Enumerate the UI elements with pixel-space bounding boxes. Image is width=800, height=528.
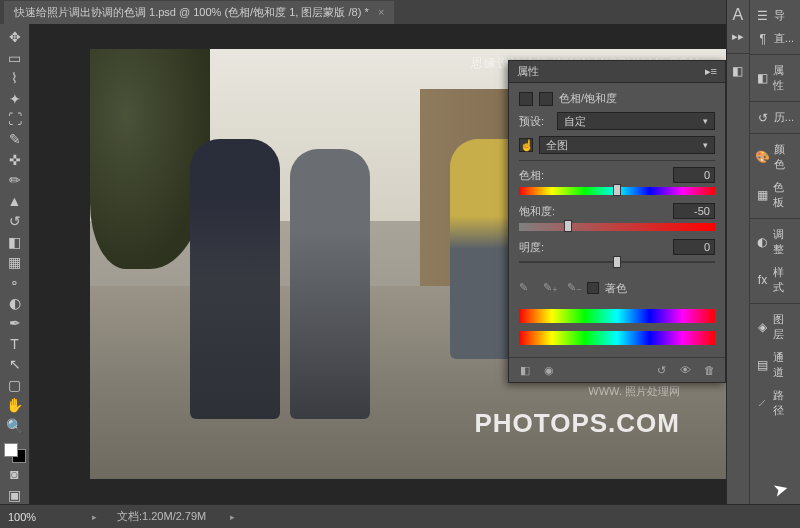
type-tool[interactable]: T [4,335,26,353]
foreground-color[interactable] [4,443,18,457]
dock-paths[interactable]: ⟋路径 [750,384,800,422]
dock-channels[interactable]: ▤通道 [750,346,800,384]
zoom-caret-icon[interactable]: ▸ [92,512,97,522]
color-swatches[interactable] [4,443,26,463]
dock-char[interactable]: ☰导 [750,4,800,27]
panel-tab-bar: 属性 ▸≡ [509,61,725,83]
dock-para[interactable]: ¶直... [750,27,800,50]
move-tool[interactable]: ✥ [4,28,26,46]
hue-range-bar-2[interactable] [519,331,715,345]
document-tab[interactable]: 快速给照片调出协调的色调 1.psd @ 100% (色相/饱和度 1, 图层蒙… [4,1,394,24]
panel-menu-icon[interactable]: ▸≡ [705,65,717,78]
dock-styles[interactable]: fx样式 [750,261,800,299]
watermark-mid: WWW. 照片处理网 [588,384,680,399]
hue-label: 色相: [519,168,551,183]
dodge-tool[interactable]: ◐ [4,294,26,312]
pen-tool[interactable]: ✒ [4,314,26,332]
heal-tool[interactable]: ✜ [4,151,26,169]
marquee-tool[interactable]: ▭ [4,48,26,66]
properties-dock-icon[interactable]: ◧ [731,64,745,78]
lightness-label: 明度: [519,240,551,255]
watermark-big: PHOTOPS.COM [474,408,680,439]
mask-icon [539,92,553,106]
dock-color[interactable]: 🎨颜色 [750,138,800,176]
hand-tool[interactable]: ✋ [4,396,26,414]
screenmode-tool[interactable]: ▣ [4,485,26,503]
panel-footer: ◧ ◉ ↺ 👁 🗑 [509,357,725,382]
collapse-icon[interactable]: ▸▸ [732,30,744,43]
wand-tool[interactable]: ✦ [4,89,26,107]
hue-range-bar[interactable] [519,309,715,323]
properties-panel: 属性 ▸≡ 色相/饱和度 预设: 自定▾ ☝ 全图▾ 色相: 0 [508,60,726,383]
type-panel-icon[interactable]: A [733,6,744,24]
tab-title: 快速给照片调出协调的色调 1.psd @ 100% (色相/饱和度 1, 图层蒙… [14,6,369,18]
stamp-tool[interactable]: ▲ [4,192,26,210]
zoom-tool[interactable]: 🔍 [4,416,26,434]
close-icon[interactable]: × [378,6,384,18]
hue-value[interactable]: 0 [673,167,715,183]
crop-tool[interactable]: ⛶ [4,110,26,128]
saturation-slider[interactable] [519,221,715,231]
quickmask-tool[interactable]: ◙ [4,465,26,483]
history-brush-tool[interactable]: ↺ [4,212,26,230]
view-prev-icon[interactable]: ◉ [541,362,557,378]
trash-icon[interactable]: 🗑 [701,362,717,378]
colorize-checkbox[interactable] [587,282,599,294]
tools-panel: ✥ ▭ ⌇ ✦ ⛶ ✎ ✜ ✏ ▲ ↺ ◧ ▦ ∘ ◐ ✒ T ↖ ▢ ✋ 🔍 … [0,24,30,504]
dock-layers[interactable]: ◈图层 [750,308,800,346]
preset-label: 预设: [519,114,551,129]
colorize-label: 著色 [605,281,627,296]
saturation-value[interactable]: -50 [673,203,715,219]
info-caret-icon[interactable]: ▸ [230,512,235,522]
dock-props[interactable]: ◧属性 [750,59,800,97]
right-dock: A ▸▸ ◧ ☰导 ¶直... ◧属性 ↺历... 🎨颜色 ▦色板 ◐调整 fx… [726,0,800,504]
gradient-tool[interactable]: ▦ [4,253,26,271]
target-icon[interactable]: ☝ [519,138,533,152]
range-select[interactable]: 全图▾ [539,136,715,154]
brush-tool[interactable]: ✏ [4,171,26,189]
document-tab-bar: 快速给照片调出协调的色调 1.psd @ 100% (色相/饱和度 1, 图层蒙… [0,0,800,24]
blur-tool[interactable]: ∘ [4,273,26,291]
clip-icon[interactable]: ◧ [517,362,533,378]
lightness-value[interactable]: 0 [673,239,715,255]
hue-slider[interactable] [519,185,715,195]
eyedropper-tool[interactable]: ✎ [4,130,26,148]
zoom-level[interactable]: 100% [8,511,68,523]
reset-icon[interactable]: ↺ [653,362,669,378]
lasso-tool[interactable]: ⌇ [4,69,26,87]
shape-tool[interactable]: ▢ [4,375,26,393]
document-info[interactable]: 文档:1.20M/2.79M [117,509,206,524]
saturation-label: 饱和度: [519,204,555,219]
dock-adjust[interactable]: ◐调整 [750,223,800,261]
eraser-tool[interactable]: ◧ [4,232,26,250]
adjustment-icon [519,92,533,106]
dock-swatch[interactable]: ▦色板 [750,176,800,214]
eyedropper-sub-icon[interactable]: ✎₋ [567,281,581,295]
visibility-icon[interactable]: 👁 [677,362,693,378]
status-bar: 100% ▸ 文档:1.20M/2.79M ▸ [0,504,800,528]
adjustment-title: 色相/饱和度 [559,91,617,106]
eyedropper-add-icon[interactable]: ✎₊ [543,281,557,295]
preset-select[interactable]: 自定▾ [557,112,715,130]
path-tool[interactable]: ↖ [4,355,26,373]
panel-tab[interactable]: 属性 [517,64,539,79]
eyedropper-icon[interactable]: ✎ [519,281,533,295]
dock-history[interactable]: ↺历... [750,106,800,129]
lightness-slider[interactable] [519,257,715,267]
